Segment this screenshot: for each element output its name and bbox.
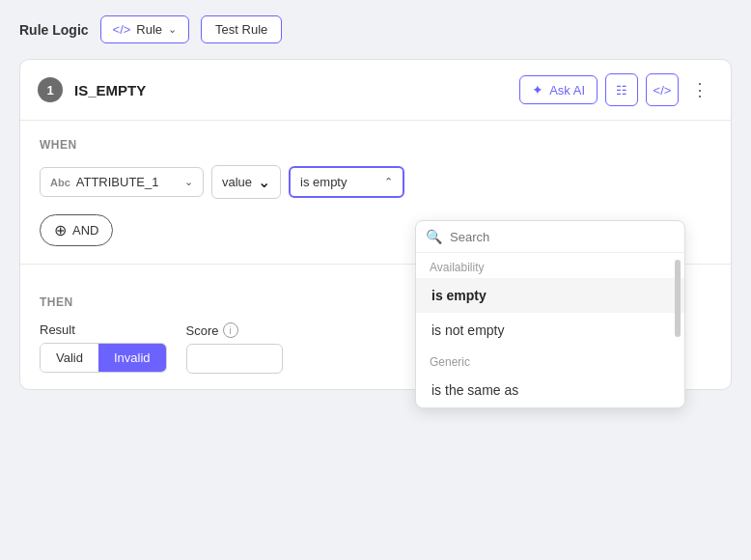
rule-dropdown[interactable]: </> Rule ⌄ — [100, 15, 190, 43]
invalid-button[interactable]: Invalid — [98, 344, 166, 372]
chevron-down-icon: ⌄ — [184, 176, 193, 188]
condition-label: is empty — [300, 175, 378, 189]
condition-dropdown-menu: 🔍 Availability is empty is not empty Gen… — [415, 220, 685, 408]
value-label: value — [222, 175, 252, 189]
chevron-up-icon: ⌃ — [384, 176, 393, 188]
sparkle-icon: ✦ — [532, 82, 543, 98]
score-input[interactable] — [186, 344, 283, 374]
rule-name: IS_EMPTY — [74, 82, 508, 98]
dropdown-search-bar: 🔍 — [416, 221, 684, 253]
when-label: WHEN — [40, 138, 711, 152]
score-field: Score i — [186, 322, 283, 374]
rule-number: 1 — [38, 77, 63, 102]
valid-button[interactable]: Valid — [41, 344, 98, 372]
code-icon-button[interactable]: </> — [646, 73, 679, 106]
text-type-icon: Abc — [50, 177, 70, 188]
and-button[interactable]: ⊕ AND — [40, 214, 113, 246]
ask-ai-button[interactable]: ✦ Ask AI — [519, 75, 598, 104]
score-label: Score — [186, 323, 219, 338]
plus-circle-icon: ⊕ — [54, 221, 67, 239]
condition-item-is-the-same-as[interactable]: is the same as — [416, 373, 684, 407]
value-dropdown[interactable]: value ⌄ — [211, 165, 281, 199]
condition-item-is-not-empty[interactable]: is not empty — [416, 313, 684, 348]
condition-dropdown[interactable]: is empty ⌃ — [289, 166, 404, 198]
attribute-dropdown[interactable]: Abc ATTRIBUTE_1 ⌄ — [40, 167, 204, 197]
rule-logic-label: Rule Logic — [19, 22, 89, 38]
header-actions: ✦ Ask AI ☷ </> ⋮ — [519, 73, 713, 106]
rule-header: 1 IS_EMPTY ✦ Ask AI ☷ </> ⋮ — [20, 60, 731, 121]
result-buttons: Valid Invalid — [40, 343, 167, 373]
ask-ai-label: Ask AI — [549, 83, 585, 98]
top-bar: Rule Logic </> Rule ⌄ Test Rule — [0, 0, 751, 59]
search-icon: 🔍 — [426, 229, 442, 244]
dropdown-search-input[interactable] — [450, 230, 675, 244]
doc-icon: ☷ — [616, 83, 627, 98]
and-label: AND — [72, 223, 98, 238]
attribute-label: ATTRIBUTE_1 — [76, 175, 179, 189]
generic-section-label: Generic — [416, 348, 684, 373]
chevron-down-icon: ⌄ — [168, 23, 177, 36]
info-icon: i — [223, 322, 238, 338]
test-rule-button[interactable]: Test Rule — [201, 15, 282, 43]
availability-section-label: Availability — [416, 253, 684, 278]
doc-icon-button[interactable]: ☷ — [605, 73, 638, 106]
code-tag-icon: </> — [113, 22, 131, 37]
when-row: Abc ATTRIBUTE_1 ⌄ value ⌄ is empty ⌃ — [40, 165, 711, 199]
main-content: 1 IS_EMPTY ✦ Ask AI ☷ </> ⋮ WHEN — [0, 59, 751, 560]
code-icon: </> — [654, 83, 672, 98]
rule-dropdown-label: Rule — [136, 22, 162, 37]
result-field: Result Valid Invalid — [40, 322, 167, 373]
vertical-dots-icon: ⋮ — [691, 79, 709, 100]
scrollbar[interactable] — [675, 260, 681, 337]
result-label: Result — [40, 322, 167, 337]
chevron-down-icon: ⌄ — [258, 173, 270, 191]
condition-item-is-empty[interactable]: is empty — [416, 278, 684, 313]
more-options-button[interactable]: ⋮ — [686, 76, 713, 103]
